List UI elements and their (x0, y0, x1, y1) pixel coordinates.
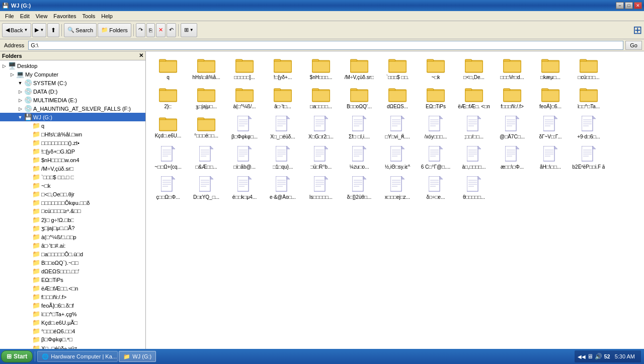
folder-item-22[interactable]: feoÃ}□6... (532, 85, 569, 112)
doc-item-23[interactable]: ç□□Ω□Φ... (150, 174, 186, 202)
sidebar-item-25[interactable]: 📁 β□Φφkφ□.ᵃ□ (0, 335, 145, 344)
folder-item-11[interactable]: □cü□□□... (571, 55, 607, 83)
sidebar-item-system-c[interactable]: ▼ 💿 SYSTEM (C:) (0, 79, 145, 87)
sidebar-item-14[interactable]: 📁 â□·'t□#.ai: (0, 241, 145, 250)
maximize-button[interactable]: □ (625, 2, 633, 9)
expand-icon[interactable]: ▼ (16, 81, 24, 86)
doc-item-21[interactable]: åH□\□□... (532, 144, 569, 172)
folder-item-9[interactable]: □□□Vr□d... (494, 55, 530, 83)
folder-item-20[interactable]: ëÆ□fÆ□. <□n (456, 85, 492, 112)
minimize-button[interactable]: − (616, 2, 624, 9)
doc-item-25[interactable]: é□□k□μ4... (226, 174, 263, 202)
doc-item-12[interactable]: □&Æ□□... (188, 144, 224, 172)
sidebar-item-wj-g[interactable]: ▼ 💾 WJ (G:) (0, 113, 145, 121)
menu-favorites[interactable]: Favorites (50, 12, 79, 20)
sidebar-item-1[interactable]: 📁 □Hfs\□â%ål.□wn (0, 130, 145, 138)
sidebar-item-6[interactable]: 📁 `□□□$ □□.□ □ (0, 173, 145, 181)
doc-item-30[interactable]: δ□÷□e... (418, 174, 454, 202)
folder-item-14[interactable]: à(□^¼ß/... (226, 85, 263, 112)
undo-button[interactable]: ↶ (167, 23, 176, 37)
doc-item-24[interactable]: D□εYQ_□... (188, 174, 224, 202)
sidebar-item-2[interactable]: 📁 □□□□□□□□().zt• (0, 138, 145, 147)
sidebar-item-22[interactable]: 📁 ì□□^□Ta+.çg% (0, 310, 145, 318)
doc-item-7[interactable]: ;□□/□□... (456, 114, 492, 142)
doc-item-18[interactable]: 6 C□°Γ@□.... (418, 144, 454, 172)
folder-item-16[interactable]: □a□□□□... (303, 85, 339, 112)
menu-view[interactable]: View (33, 12, 51, 20)
sidebar-item-4[interactable]: 📁 $nH□□□□w.on4 (0, 156, 145, 164)
sidebar-item-12[interactable]: 📁 ʒ□jaj□μ□.□Ã? (0, 224, 145, 233)
folders-button[interactable]: 📁 Folders (98, 23, 131, 37)
back-dropdown-icon[interactable]: ▼ (24, 28, 28, 32)
taskbar-btn-wj[interactable]: 📁 WJ (G:) (119, 351, 156, 362)
doc-item-22[interactable]: b2Ê²ëP□□i.F ā (571, 144, 607, 172)
folder-item-24[interactable]: Kçd□.e6U... (150, 114, 186, 142)
views-dropdown-icon[interactable]: ▼ (190, 28, 194, 32)
menu-help[interactable]: Help (98, 12, 116, 20)
doc-item-28[interactable]: δ□]}2üθ□... (341, 174, 377, 202)
sidebar-item-18[interactable]: 📁 EΩ□TiPs (0, 275, 145, 284)
expand-icon[interactable]: ▷ (0, 63, 8, 68)
sidebar-close-button[interactable]: ✕ (139, 52, 143, 59)
sidebar-item-7[interactable]: 📁 ~□k (0, 181, 145, 190)
folder-item-10[interactable]: □kæμ□... (532, 55, 569, 83)
doc-item-13[interactable]: □i□ãb@... (226, 144, 263, 172)
forward-dropdown-icon[interactable]: ▼ (40, 28, 44, 32)
start-button[interactable]: ⊞ Start (1, 350, 33, 362)
folder-item-5[interactable]: /M÷V,çüδ.sr□ (341, 55, 377, 83)
delete-button[interactable]: ✕ (156, 23, 166, 37)
search-button[interactable]: 🔍 Search (64, 23, 97, 37)
folder-item-17[interactable]: B□□oΩQ'... (341, 85, 377, 112)
folder-item-7[interactable]: ~□k (418, 55, 454, 83)
expand-icon[interactable]: ▼ (16, 115, 24, 120)
doc-item-27[interactable]: ls□□□□□... (303, 174, 339, 202)
folder-item-21[interactable]: f□□□ñi:/.f> (494, 85, 530, 112)
folder-item-12[interactable]: 2}□ (150, 85, 186, 112)
folder-item-6[interactable]: `□□□$ □□. (379, 55, 416, 83)
sidebar-item-silver-falls[interactable]: ▷ 💿 A_HAUNTING_AT_SILVER_FALLS (F:) (0, 104, 145, 113)
sidebar-item-multimedia-e[interactable]: ▷ 💿 MULTIMEDIA (E:) (0, 96, 145, 104)
doc-item-3[interactable]: X□G□r2□... (303, 114, 339, 142)
folder-item-15[interactable]: â□·'t□... (265, 85, 301, 112)
sidebar-item-20[interactable]: 📁 f□□□ñi:/.f> (0, 293, 145, 301)
doc-item-16[interactable]: ¼zu□o... (341, 144, 377, 172)
folder-item-3[interactable]: !□[yδ+... (265, 55, 301, 83)
menu-tools[interactable]: Tools (79, 12, 99, 20)
sidebar-item-13[interactable]: 📁 à(□^¼ß/□.□□p (0, 233, 145, 241)
sidebar-item-q[interactable]: 📁 q (0, 121, 145, 130)
sidebar-item-8[interactable]: 📁 □<□,Oe□□.θjr (0, 190, 145, 198)
folder-item-13[interactable]: ʒ□jajμ□... (188, 85, 224, 112)
go-button[interactable]: Go (625, 41, 642, 50)
sidebar-item-23[interactable]: 📁 Kçd□.e6U.μÃ□ (0, 318, 145, 327)
sidebar-item-desktop[interactable]: ▷ 🖥️ Desktop (0, 61, 145, 70)
sidebar-item-10[interactable]: 📁 □cü□□□□≥ᵃ.&□□ (0, 207, 145, 215)
doc-item-11[interactable]: ~□□Ω+{cq... (150, 144, 186, 172)
doc-item-5[interactable]: □Y□vi_R̈.... (379, 114, 416, 142)
taskbar-btn-hardware[interactable]: 🌐 Hardware Computer | Ka... (37, 351, 118, 362)
expand-icon[interactable]: ▷ (8, 72, 16, 77)
doc-item-10[interactable]: +9·d□6□... (571, 114, 607, 142)
sidebar-item-11[interactable]: 📁 2}□ g÷!Ω.□b□ (0, 215, 145, 224)
doc-item-31[interactable]: θ□□□□□... (456, 174, 492, 202)
folder-item-23[interactable]: ì□□^□Ta... (571, 85, 607, 112)
sidebar-item-16[interactable]: 📁 B□□oΩQ`).~□□ (0, 258, 145, 267)
expand-icon[interactable]: ▷ (16, 89, 24, 94)
sidebar-item-data-d[interactable]: ▷ 💿 DATA (D:) (0, 87, 145, 96)
doc-item-9[interactable]: δΓ~V□:Γ... (532, 114, 569, 142)
move-button[interactable]: ↷ (136, 23, 145, 37)
doc-item-8[interactable]: @□Ã7C□... (494, 114, 530, 142)
doc-item-6[interactable]: /xóy□□□... (418, 114, 454, 142)
folder-item-25[interactable]: °□□□é□□... (188, 114, 224, 142)
folder-item-4[interactable]: $nH□□□... (303, 55, 339, 83)
folder-item-q[interactable]: q (150, 55, 186, 83)
doc-item-17[interactable]: ½,iΘ□sy.iε^ (379, 144, 416, 172)
up-button[interactable]: ⬆ (47, 23, 59, 37)
sidebar-item-5[interactable]: 📁 /M÷V,çüδ.sr□ (0, 164, 145, 173)
menu-edit[interactable]: Edit (17, 12, 33, 20)
back-button[interactable]: ◀ Back ▼ (2, 23, 31, 37)
sidebar-item-17[interactable]: 📁 dΩEΩS□□□.□□' (0, 267, 145, 275)
folder-item-18[interactable]: dΩEΩS... (379, 85, 416, 112)
expand-icon[interactable]: ▷ (16, 106, 24, 111)
close-button[interactable]: ✕ (634, 2, 642, 9)
doc-item-19[interactable]: à□,□□□□... (456, 144, 492, 172)
